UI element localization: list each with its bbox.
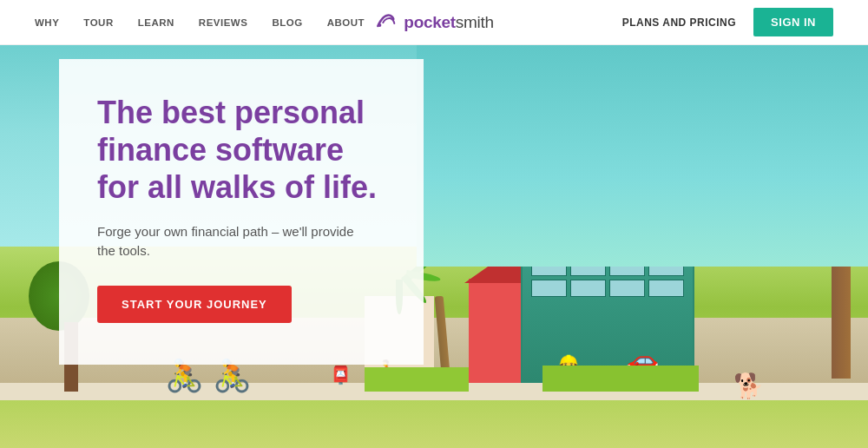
mailbox: 📮 — [330, 365, 352, 385]
window — [609, 280, 645, 297]
nav-link-learn[interactable]: LEARN — [138, 17, 174, 28]
navbar: WHY TOUR LEARN REVIEWS BLOG ABOUT pocket… — [0, 0, 868, 45]
logo[interactable]: pocketsmith — [374, 10, 493, 35]
hero-panel: The best personal finance software for a… — [59, 59, 424, 365]
plans-pricing-link[interactable]: PLANS AND PRICING — [622, 16, 736, 29]
nav-link-tour[interactable]: TOUR — [83, 17, 113, 28]
signin-button[interactable]: SIGN IN — [753, 8, 833, 36]
cta-button[interactable]: START YOUR JOURNEY — [97, 286, 292, 323]
lawn-left — [365, 367, 469, 392]
hero-section: 🚴 🚴 🚶 📮 👷 🚗 🐕 The best personal finance … — [0, 45, 868, 448]
water-bg — [417, 45, 868, 267]
nav-link-reviews[interactable]: REVIEWS — [199, 17, 248, 28]
hero-title: The best personal finance software for a… — [97, 94, 385, 207]
lawn-right — [542, 366, 699, 392]
hero-subtitle: Forge your own financial path – we'll pr… — [97, 222, 375, 261]
palm-tree — [417, 261, 469, 383]
nav-links-right: PLANS AND PRICING SIGN IN — [622, 8, 833, 36]
window — [570, 280, 606, 297]
nav-link-about[interactable]: ABOUT — [327, 17, 365, 28]
logo-icon — [374, 10, 398, 35]
nav-link-why[interactable]: WHY — [35, 17, 59, 28]
nav-link-blog[interactable]: BLOG — [272, 17, 302, 28]
svg-point-0 — [378, 23, 381, 27]
nav-links-left: WHY TOUR LEARN REVIEWS BLOG ABOUT — [35, 17, 365, 28]
logo-text: pocketsmith — [404, 13, 493, 32]
dog-walker-figure: 🐕 — [733, 372, 764, 400]
window — [531, 280, 567, 297]
window — [648, 280, 684, 297]
